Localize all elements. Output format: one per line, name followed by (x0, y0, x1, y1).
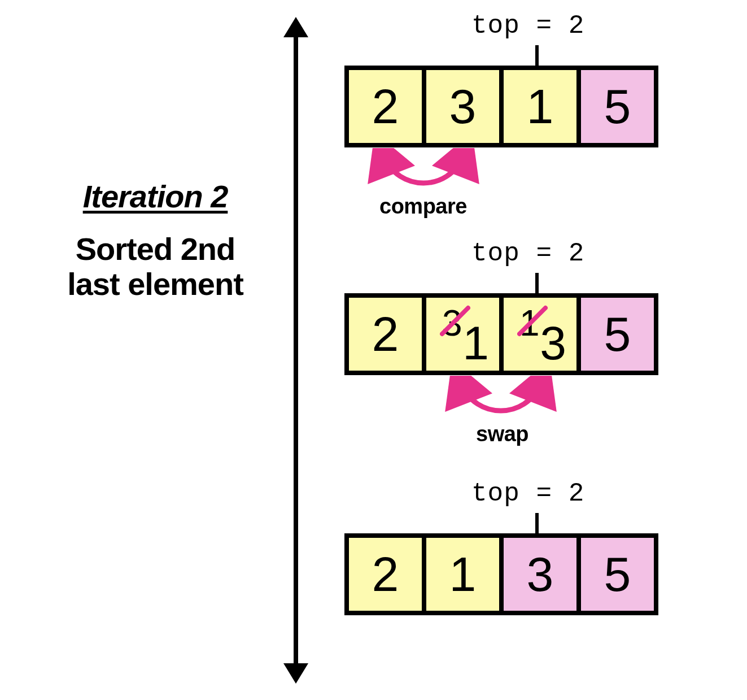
iteration-subtitle-line2: last element (20, 267, 291, 302)
iteration-subtitle-line1: Sorted 2nd (20, 232, 291, 267)
iteration-title: Iteration 2 (20, 178, 291, 215)
new-value: 3 (540, 316, 566, 371)
array-cell-sorted: 5 (576, 293, 658, 375)
top-index-tick (535, 513, 539, 533)
top-index-tick (535, 273, 539, 293)
array-cell: 2 (344, 533, 426, 615)
array-cell-swap: 1 3 (499, 293, 581, 375)
vertical-extent-arrow (279, 17, 313, 684)
array-cell: 3 (422, 66, 504, 147)
array-cell: 1 (499, 66, 581, 147)
struck-value: 3 (442, 302, 462, 344)
compare-label: compare (379, 194, 467, 219)
array-cell: 1 (422, 533, 504, 615)
array-cell-sorted: 5 (576, 66, 658, 147)
array-row-3: 2 1 3 5 (344, 533, 658, 615)
top-index-tick (535, 45, 539, 66)
struck-value: 1 (519, 302, 540, 344)
swap-label: swap (476, 422, 528, 446)
array-cell-sorted: 3 (499, 533, 581, 615)
array-cell-sorted: 5 (576, 533, 658, 615)
top-index-label: top = 2 (471, 239, 584, 268)
new-value: 1 (462, 316, 489, 371)
array-cell: 2 (344, 66, 426, 147)
svg-marker-2 (283, 663, 308, 684)
top-index-label: top = 2 (471, 479, 584, 508)
svg-marker-1 (283, 17, 308, 37)
top-index-label: top = 2 (471, 11, 584, 41)
array-cell: 2 (344, 293, 426, 375)
array-row-1: 2 3 1 5 (344, 66, 658, 147)
array-row-2: 2 3 1 1 3 5 (344, 293, 658, 375)
array-cell-swap: 3 1 (422, 293, 504, 375)
